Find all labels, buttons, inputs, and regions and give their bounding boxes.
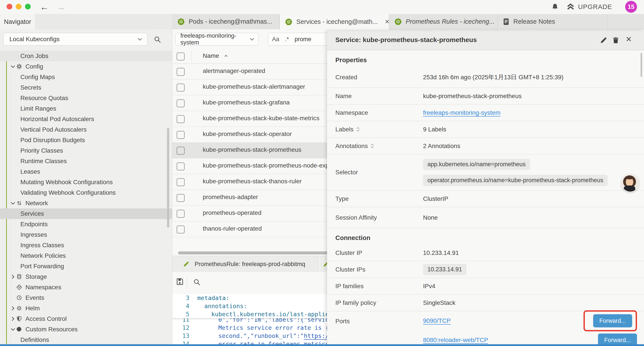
chevron-down-icon [249, 36, 255, 42]
chevron-down-icon[interactable] [10, 200, 16, 206]
namespace-selector[interactable]: freeleaps-monitoring-system [175, 33, 259, 45]
expand-collapse-icon[interactable] [356, 126, 360, 132]
table-row[interactable]: kube-prometheus-stack-prometheus-node-ex… [172, 158, 342, 174]
sidebar-item-namespaces[interactable]: Namespaces [0, 282, 172, 293]
table-row[interactable]: prometheus-adapter [172, 190, 342, 206]
row-checkbox[interactable] [177, 194, 184, 202]
chevron-down-icon[interactable] [10, 327, 16, 332]
sidebar-item-config-maps[interactable]: Config Maps [0, 72, 172, 82]
row-checkbox[interactable] [177, 226, 184, 233]
delete-icon[interactable] [612, 36, 620, 44]
chevron-right-icon[interactable] [10, 274, 16, 280]
sidebar-scrollbar[interactable] [167, 128, 169, 228]
sidebar-item-runtime-classes[interactable]: Runtime Classes [0, 156, 172, 166]
table-row[interactable]: kube-prometheus-stack-operator [172, 127, 342, 143]
sidebar-item-custom-resources[interactable]: Custom Resources [0, 324, 172, 335]
row-checkbox[interactable] [177, 210, 184, 218]
name-column-header[interactable]: Name [203, 52, 228, 59]
sidebar-item-helm[interactable]: Helm [0, 303, 172, 314]
sidebar-item-definitions[interactable]: Definitions [0, 335, 172, 345]
table-row[interactable]: thanos-ruler-operated [172, 221, 342, 237]
match-case-toggle[interactable]: Aa [272, 36, 279, 43]
table-row[interactable]: kube-prometheus-stack-grafana [172, 95, 342, 111]
editor-search-icon[interactable] [193, 278, 201, 286]
expand-collapse-icon[interactable] [370, 143, 374, 149]
selector-chip: operator.prometheus.io/name=kube-prometh… [423, 175, 608, 186]
sidebar-item-port-forwarding[interactable]: Port Forwarding [0, 261, 172, 272]
minimize-window-button[interactable] [16, 4, 22, 9]
forward-button[interactable]: Forward... [598, 334, 637, 345]
edit-icon[interactable] [600, 36, 607, 44]
table-row[interactable]: kube-prometheus-stack-prometheus [172, 142, 342, 158]
row-checkbox[interactable] [177, 147, 184, 155]
tab-pods-icecheng-mathmas[interactable]: Pods - icecheng@mathmas... [172, 14, 280, 29]
table-row[interactable]: alertmanager-operated [172, 63, 342, 79]
sidebar-item-secrets[interactable]: Secrets [0, 82, 172, 93]
sidebar-item-services[interactable]: Services [0, 209, 172, 219]
search-icon[interactable] [154, 35, 161, 43]
row-checkbox[interactable] [177, 84, 184, 91]
table-row[interactable]: kube-prometheus-stack-kube-state-metrics [172, 111, 342, 127]
table-horizontal-scrollbar[interactable] [178, 251, 339, 255]
tab-services-icecheng-math[interactable]: Services - icecheng@math...✕ [280, 14, 389, 29]
back-icon[interactable]: ← [40, 2, 49, 12]
row-checkbox[interactable] [177, 178, 184, 186]
tab-prometheus-rules-icecheng[interactable]: Prometheus Rules - icecheng... [389, 14, 498, 29]
notifications-bell-icon[interactable] [551, 3, 559, 10]
sidebar-item-label: Config Maps [20, 74, 55, 81]
table-row[interactable]: kube-prometheus-stack-thanos-ruler [172, 174, 342, 190]
sidebar-item-events[interactable]: Events [0, 293, 172, 303]
close-window-button[interactable] [6, 4, 12, 9]
tab-navigator[interactable]: Navigator [0, 14, 36, 29]
user-avatar[interactable] [621, 174, 640, 192]
namespace-link[interactable]: freeleaps-monitoring-system [423, 109, 500, 116]
sidebar-item-network[interactable]: Network [0, 198, 172, 209]
sidebar-item-label: Limit Ranges [20, 105, 56, 112]
sidebar-item-horizontal-pod-autoscalers[interactable]: Horizontal Pod Autoscalers [0, 114, 172, 124]
sidebar-item-endpoints[interactable]: Endpoints [0, 219, 172, 230]
sidebar-item-validating-webhook-configurations[interactable]: Validating Webhook Configurations [0, 187, 172, 198]
sidebar-item-network-policies[interactable]: Network Policies [0, 251, 172, 261]
sidebar-item-mutating-webhook-configurations[interactable]: Mutating Webhook Configurations [0, 177, 172, 187]
upgrade-button[interactable]: UPGRADE [566, 3, 612, 10]
chevron-right-icon[interactable] [10, 316, 16, 322]
select-all-checkbox[interactable] [177, 52, 184, 60]
close-icon[interactable]: ✕ [626, 35, 632, 43]
table-row[interactable]: prometheus-operated [172, 205, 342, 221]
row-checkbox[interactable] [177, 68, 184, 76]
sidebar-item-pod-disruption-budgets[interactable]: Pod Disruption Budgets [0, 135, 172, 145]
tab-release-notes[interactable]: Release Notes [498, 14, 608, 29]
forward-icon[interactable]: → [56, 2, 65, 12]
port-link[interactable]: 8080:reloader-web/TCP [423, 337, 488, 344]
sidebar-item-priority-classes[interactable]: Priority Classes [0, 145, 172, 156]
kubeconfig-selector[interactable]: Local Kubeconfigs [4, 33, 147, 45]
forward-button[interactable]: Forward... [593, 314, 632, 327]
sidebar-item-config[interactable]: Config [0, 61, 172, 72]
row-checkbox[interactable] [177, 99, 184, 107]
row-checkbox[interactable] [177, 162, 184, 170]
sidebar-item-storage[interactable]: Storage [0, 272, 172, 282]
sidebar-item-cron-jobs[interactable]: Cron Jobs [0, 51, 172, 61]
save-icon[interactable] [176, 278, 184, 286]
sidebar-item-ingresses[interactable]: Ingresses [0, 230, 172, 240]
row-checkbox[interactable] [177, 115, 184, 123]
sidebar-item-access-control[interactable]: Access Control [0, 314, 172, 324]
sidebar-item-resource-quotas[interactable]: Resource Quotas [0, 93, 172, 103]
code-line: 4annotations: [172, 302, 342, 310]
chevron-down-icon[interactable] [10, 64, 16, 69]
notification-count-badge[interactable]: 15 [625, 1, 637, 13]
sidebar-item-vertical-pod-autoscalers[interactable]: Vertical Pod Autoscalers [0, 124, 172, 135]
regex-toggle[interactable]: .* [285, 36, 289, 43]
table-row[interactable]: kube-prometheus-stack-alertmanager [172, 79, 342, 95]
row-checkbox[interactable] [177, 131, 184, 139]
maximize-window-button[interactable] [25, 4, 31, 9]
chevron-right-icon[interactable] [10, 306, 16, 311]
sidebar-item-label: Ingresses [20, 231, 47, 238]
yaml-editor[interactable]: 3metadata:4annotations:5kubectl.kubernet… [172, 294, 342, 346]
sidebar-item-limit-ranges[interactable]: Limit Ranges [0, 103, 172, 114]
editor-tab-prometheusrule[interactable]: PrometheusRule: freeleaps-prod-rabbitmq [172, 256, 318, 272]
port-link[interactable]: 9090/TCP [423, 317, 451, 324]
sidebar-item-leases[interactable]: Leases [0, 166, 172, 177]
close-tab-icon[interactable]: ✕ [382, 18, 389, 25]
sidebar-item-ingress-classes[interactable]: Ingress Classes [0, 240, 172, 251]
